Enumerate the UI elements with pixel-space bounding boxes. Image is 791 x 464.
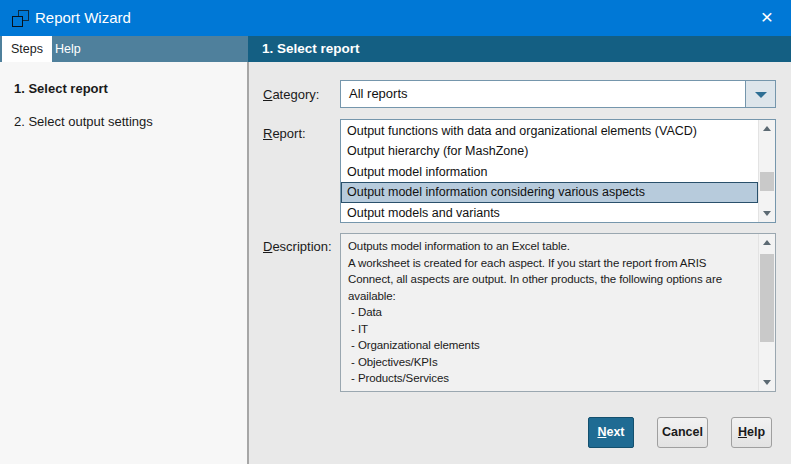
- scrollbar-thumb[interactable]: [760, 254, 774, 342]
- list-item[interactable]: Output models and variants: [341, 203, 758, 223]
- titlebar: Report Wizard ×: [0, 0, 791, 36]
- scroll-down-button[interactable]: [759, 374, 775, 391]
- list-item[interactable]: Output model information: [341, 162, 758, 182]
- step-item-select-report: 1. Select report: [14, 81, 108, 96]
- description-label: Description:: [263, 239, 332, 254]
- list-item[interactable]: Output functions with data and organizat…: [341, 121, 758, 141]
- list-item-selected[interactable]: Output model information considering var…: [341, 182, 758, 202]
- description-box: Outputs model information to an Excel ta…: [340, 233, 776, 392]
- help-button[interactable]: Help: [731, 417, 772, 448]
- content-panel: Category: All reports Report: Output fun…: [249, 62, 791, 464]
- steps-panel: 1. Select report 2. Select output settin…: [0, 62, 247, 464]
- category-dropdown[interactable]: All reports: [340, 80, 776, 108]
- description-scrollbar[interactable]: [758, 234, 775, 391]
- triangle-down-icon: [763, 211, 771, 216]
- report-wizard-dialog: Report Wizard × Steps Help 1. Select rep…: [0, 0, 791, 464]
- close-icon: ×: [761, 0, 773, 34]
- close-button[interactable]: ×: [743, 0, 791, 36]
- category-label: Category:: [263, 87, 319, 102]
- scroll-down-button[interactable]: [759, 205, 775, 222]
- tab-strip: Steps Help: [0, 36, 248, 62]
- window-title: Report Wizard: [35, 0, 131, 36]
- step-item-output-settings: 2. Select output settings: [14, 114, 153, 129]
- report-scrollbar[interactable]: [758, 120, 775, 222]
- scroll-up-button[interactable]: [759, 234, 775, 251]
- description-text: Outputs model information to an Excel ta…: [341, 234, 758, 391]
- report-label: Report:: [263, 126, 306, 141]
- report-listbox: Output functions with data and organizat…: [340, 119, 776, 223]
- triangle-up-icon: [763, 126, 771, 131]
- scrollbar-thumb[interactable]: [760, 172, 774, 191]
- tab-steps[interactable]: Steps: [2, 36, 52, 62]
- cancel-button[interactable]: Cancel: [657, 417, 708, 448]
- overlapping-squares-icon: [12, 10, 29, 27]
- triangle-down-icon: [763, 380, 771, 385]
- list-item[interactable]: Output hierarchy (for MashZone): [341, 141, 758, 161]
- tab-help[interactable]: Help: [46, 36, 90, 62]
- category-dropdown-button[interactable]: [745, 81, 775, 107]
- category-value[interactable]: All reports: [341, 81, 745, 107]
- scroll-up-button[interactable]: [759, 120, 775, 137]
- page-title: 1. Select report: [248, 36, 791, 62]
- chevron-down-icon: [755, 92, 767, 98]
- triangle-up-icon: [763, 240, 771, 245]
- next-button[interactable]: Next: [588, 417, 634, 448]
